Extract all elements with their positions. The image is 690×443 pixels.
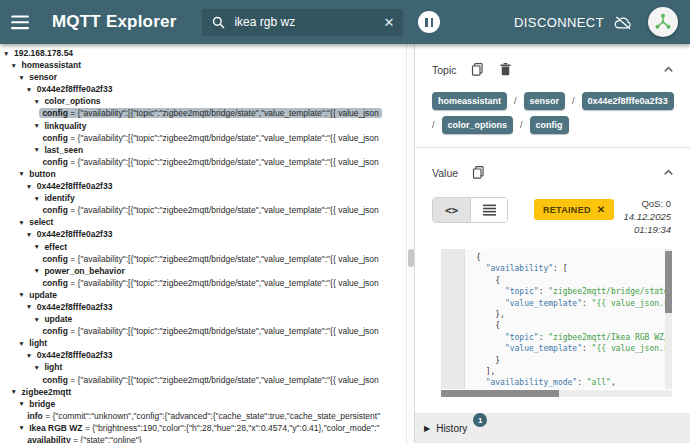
- collapse-arrow-icon[interactable]: ▼: [18, 72, 26, 84]
- tree-node-config[interactable]: config = {"availability":[{"topic":"zigb…: [0, 204, 406, 216]
- tree-node-identify[interactable]: ▼identify: [0, 192, 406, 204]
- cloud-off-icon: [613, 14, 633, 31]
- horizontal-scrollbar[interactable]: [441, 390, 672, 397]
- copy-value-button[interactable]: [471, 165, 486, 180]
- tree-node-192.168.178.54[interactable]: ▼192.168.178.54: [0, 47, 406, 59]
- tree-node-0x44e2f8fffe0a2f33[interactable]: ▼0x44e2f8fffe0a2f33: [0, 228, 406, 240]
- clear-search-icon[interactable]: ✕: [380, 16, 395, 29]
- tree-node-light[interactable]: ▼light: [0, 337, 406, 349]
- code-view-button[interactable]: <>: [433, 198, 470, 222]
- tree-node-label: power_on_behavior: [41, 266, 127, 276]
- tree-node-bridge[interactable]: ▼bridge: [0, 398, 406, 410]
- collapse-value-button[interactable]: [661, 165, 676, 180]
- topic-chip[interactable]: config: [530, 116, 569, 134]
- tree-node-Ikea RGB WZ[interactable]: ▼Ikea RGB WZ = {"brightness":190,"color"…: [0, 422, 406, 434]
- tree-node-config[interactable]: config = {"availability":[{"topic":"zigb…: [0, 156, 406, 168]
- collapse-arrow-icon[interactable]: ▼: [18, 422, 26, 434]
- chip-separator: /: [514, 96, 517, 106]
- tree-node-linkquality[interactable]: ▼linkquality: [0, 120, 406, 132]
- code-block[interactable]: { "availability": [ { "topic": "zigbee2m…: [441, 249, 672, 389]
- collapse-arrow-icon[interactable]: ▼: [18, 338, 26, 350]
- tree-node-0x44e2f8fffe0a2f33[interactable]: ▼0x44e2f8fffe0a2f33: [0, 180, 406, 192]
- tree-node-light[interactable]: ▼light: [0, 361, 406, 373]
- tree-node-config[interactable]: config = {"availability":[{"topic":"zigb…: [0, 253, 406, 265]
- scrollbar-thumb[interactable]: [408, 249, 414, 267]
- avatar[interactable]: [648, 7, 678, 37]
- collapse-arrow-icon[interactable]: ▼: [26, 301, 34, 313]
- tree-node-0x44e2f8fffe0a2f33[interactable]: ▼0x44e2f8fffe0a2f33: [0, 349, 406, 361]
- tree-node-power_on_behavior[interactable]: ▼power_on_behavior: [0, 265, 406, 277]
- menu-button[interactable]: [11, 12, 35, 32]
- code-line: {: [476, 252, 665, 263]
- tree-node-update[interactable]: ▼update: [0, 289, 406, 301]
- collapse-topic-button[interactable]: [661, 62, 676, 77]
- tree-node-config[interactable]: config = {"availability":[{"topic":"zigb…: [0, 325, 406, 337]
- disconnect-button[interactable]: DISCONNECT: [514, 14, 633, 31]
- tree-node-0x44e2f8fffe0a2f33[interactable]: ▼0x44e2f8fffe0a2f33: [0, 301, 406, 313]
- tree-node-label: 0x44e2f8fffe0a2f33: [34, 302, 116, 312]
- vertical-scrollbar[interactable]: [665, 249, 672, 389]
- tree-node-update[interactable]: ▼update: [0, 313, 406, 325]
- tree-node-color_options[interactable]: ▼color_options: [0, 95, 406, 107]
- tree-node-last_seen[interactable]: ▼last_seen: [0, 144, 406, 156]
- history-title: History: [436, 423, 467, 434]
- tree-node-homeassistant[interactable]: ▼homeassistant: [0, 59, 406, 71]
- tree-node-0x44e2f8fffe0a2f33[interactable]: ▼0x44e2f8fffe0a2f33: [0, 83, 406, 95]
- collapse-arrow-icon[interactable]: ▼: [18, 398, 26, 410]
- search-box[interactable]: ✕: [202, 9, 403, 36]
- tree-node-config[interactable]: config = {"availability":[{"topic":"zigb…: [0, 374, 406, 386]
- topic-name: light: [44, 362, 62, 372]
- code-line: ],: [476, 366, 665, 377]
- tree-node-label: 0x44e2f8fffe0a2f33: [34, 229, 116, 239]
- topic-chip[interactable]: color_options: [442, 116, 514, 134]
- search-input[interactable]: [234, 15, 379, 29]
- code-line: "availability": [: [476, 263, 665, 274]
- collapse-arrow-icon[interactable]: ▼: [18, 217, 26, 229]
- scrollbar-thumb[interactable]: [665, 251, 672, 313]
- tree-scrollbar[interactable]: [406, 44, 414, 443]
- tree-node-label: 0x44e2f8fffe0a2f33: [34, 350, 116, 360]
- tree-node-zigbee2mqtt[interactable]: ▼zigbee2mqtt: [0, 386, 406, 398]
- topic-chip[interactable]: homeassistant: [432, 92, 507, 110]
- topic-chip[interactable]: sensor: [524, 92, 566, 110]
- json-string: "{{ value_json.state }}": [592, 299, 665, 308]
- tree-node-config[interactable]: config = {"availability":[{"topic":"zigb…: [0, 277, 406, 289]
- tree-node-config[interactable]: config = {"availability":[{"topic":"zigb…: [0, 132, 406, 144]
- retained-clear-icon[interactable]: ✕: [597, 204, 606, 215]
- json-viewer[interactable]: { "availability": [ { "topic": "zigbee2m…: [466, 249, 665, 389]
- topic-name: last_seen: [44, 145, 83, 155]
- collapse-arrow-icon[interactable]: ▼: [18, 289, 26, 301]
- json-key: "topic": [505, 333, 539, 342]
- tree-node-effect[interactable]: ▼effect: [0, 241, 406, 253]
- topic-value: {"availability":[{"topic":"zigbee2mqtt/b…: [78, 254, 379, 264]
- expand-arrow-icon[interactable]: ▶: [424, 424, 430, 433]
- collapse-arrow-icon[interactable]: ▼: [26, 229, 34, 241]
- tree-node-sensor[interactable]: ▼sensor: [0, 71, 406, 83]
- tree-node-label: config = {"availability":[{"topic":"zigb…: [39, 157, 381, 167]
- collapse-arrow-icon[interactable]: ▼: [3, 48, 11, 60]
- copy-topic-button[interactable]: [470, 62, 485, 77]
- topic-name: 192.168.178.54: [14, 48, 73, 58]
- collapse-arrow-icon[interactable]: ▼: [26, 84, 34, 96]
- code-line: },: [476, 309, 665, 320]
- collapse-arrow-icon[interactable]: ▼: [26, 350, 34, 362]
- retained-badge[interactable]: RETAINED ✕: [534, 199, 614, 220]
- scrollbar-thumb[interactable]: [441, 390, 559, 397]
- tree-node-config[interactable]: config = {"availability":[{"topic":"zigb…: [0, 107, 406, 119]
- collapse-arrow-icon[interactable]: ▼: [11, 386, 19, 398]
- collapse-arrow-icon[interactable]: ▼: [11, 60, 19, 72]
- pause-icon: [424, 13, 435, 31]
- tree-node-availability[interactable]: availability = {"state":"online"}: [0, 434, 406, 443]
- topic-chip[interactable]: 0x44e2f8fffe0a2f33: [582, 92, 674, 110]
- collapse-arrow-icon[interactable]: ▼: [18, 168, 26, 180]
- history-bar[interactable]: ▶ History 1: [415, 413, 690, 443]
- pause-button[interactable]: [418, 11, 440, 33]
- tree-node-info[interactable]: info = {"commit":"unknown","config":{"ad…: [0, 410, 406, 422]
- collapse-arrow-icon[interactable]: ▼: [26, 181, 34, 193]
- raw-view-button[interactable]: [470, 198, 507, 222]
- tree-node-button[interactable]: ▼button: [0, 168, 406, 180]
- tree-node-select[interactable]: ▼select: [0, 216, 406, 228]
- delete-topic-button[interactable]: [498, 62, 513, 77]
- message-time: 01:19:34: [623, 223, 671, 236]
- json-string: "{{ value_json.state }}": [592, 344, 665, 353]
